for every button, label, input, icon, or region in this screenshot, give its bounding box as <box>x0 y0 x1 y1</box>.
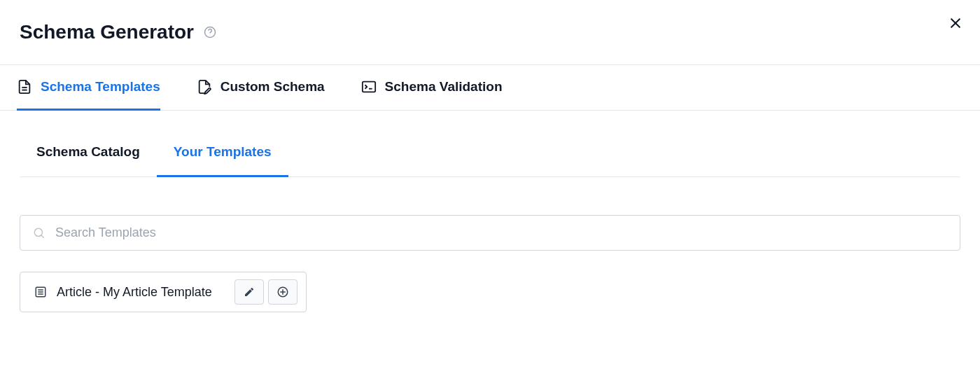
page-title: Schema Generator <box>20 21 194 43</box>
template-list: Article - My Article Template <box>20 272 960 312</box>
svg-point-1 <box>210 35 211 36</box>
tab-your-templates[interactable]: Your Templates <box>157 144 288 177</box>
template-item: Article - My Article Template <box>20 272 307 312</box>
tab-label: Your Templates <box>174 144 272 159</box>
list-icon <box>34 286 47 298</box>
tab-label: Schema Templates <box>41 79 160 95</box>
search-wrapper <box>20 215 960 251</box>
pencil-icon <box>244 286 255 298</box>
primary-tabs: Schema Templates Custom Schema Schema Va… <box>0 65 980 111</box>
svg-point-8 <box>34 228 42 236</box>
header-left: Schema Generator <box>20 21 216 43</box>
help-icon[interactable] <box>204 26 216 39</box>
add-button[interactable] <box>268 279 298 305</box>
svg-rect-6 <box>362 82 374 92</box>
content-area: Schema Catalog Your Templates <box>0 111 980 312</box>
page-header: Schema Generator <box>0 0 980 65</box>
search-icon <box>33 227 46 239</box>
secondary-tabs: Schema Catalog Your Templates <box>20 111 960 177</box>
file-icon <box>17 79 32 95</box>
plus-circle-icon <box>276 286 289 298</box>
tab-label: Schema Validation <box>385 79 503 95</box>
tab-schema-catalog[interactable]: Schema Catalog <box>20 144 157 177</box>
close-icon[interactable] <box>948 15 963 31</box>
edit-button[interactable] <box>234 279 264 305</box>
tab-custom-schema[interactable]: Custom Schema <box>197 65 325 111</box>
template-actions <box>234 279 298 305</box>
file-edit-icon <box>197 79 212 95</box>
tab-schema-validation[interactable]: Schema Validation <box>361 65 503 111</box>
search-input[interactable] <box>55 225 947 240</box>
tab-label: Schema Catalog <box>36 144 140 159</box>
search-box[interactable] <box>20 215 960 251</box>
tab-schema-templates[interactable]: Schema Templates <box>17 65 160 111</box>
terminal-icon <box>361 79 377 95</box>
template-label: Article - My Article Template <box>57 285 212 300</box>
svg-line-9 <box>41 235 44 238</box>
tab-label: Custom Schema <box>220 79 325 95</box>
